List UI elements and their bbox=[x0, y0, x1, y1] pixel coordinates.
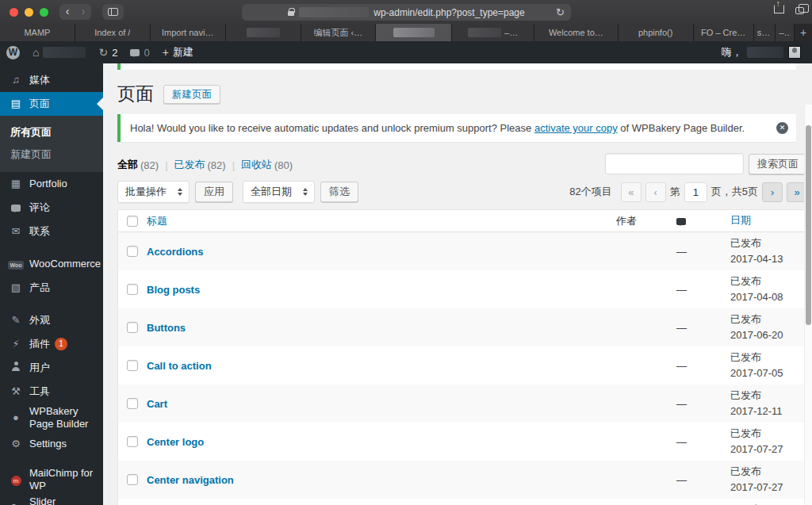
search-pages-button[interactable]: 搜索页面 bbox=[749, 154, 807, 174]
filter-button[interactable]: 筛选 bbox=[320, 182, 358, 202]
bulk-actions-select[interactable]: 批量操作 bbox=[117, 181, 190, 203]
sidebar-toggle-button[interactable] bbox=[102, 4, 124, 20]
minimize-window-button[interactable] bbox=[25, 8, 33, 17]
sidebar-item-plugins[interactable]: ⚡插件1 bbox=[0, 332, 103, 356]
browser-tab[interactable] bbox=[226, 24, 301, 41]
sidebar-item-label: 评论 bbox=[29, 201, 50, 214]
close-window-button[interactable] bbox=[10, 8, 18, 17]
reload-icon[interactable]: ↻ bbox=[556, 4, 565, 21]
sidebar-item-woocommerce[interactable]: WooWooCommerce bbox=[0, 252, 103, 276]
activate-copy-link[interactable]: activate your copy bbox=[534, 122, 618, 134]
zoom-window-button[interactable] bbox=[40, 8, 48, 17]
browser-tab[interactable]: 编辑页面 ‹… bbox=[301, 24, 377, 41]
row-checkbox[interactable] bbox=[127, 322, 138, 333]
wp-logo-menu[interactable]: W bbox=[0, 41, 26, 63]
apply-button[interactable]: 应用 bbox=[195, 182, 233, 202]
view-filter-all[interactable]: 全部 bbox=[117, 158, 138, 172]
date-filter-select[interactable]: 全部日期 bbox=[243, 181, 315, 203]
status-text: 已发布 bbox=[730, 235, 806, 251]
back-button[interactable]: ‹ bbox=[59, 4, 75, 20]
page-scrollbar[interactable] bbox=[804, 105, 812, 505]
row-checkbox[interactable] bbox=[127, 246, 138, 257]
my-account-menu[interactable]: 嗨， bbox=[722, 45, 801, 59]
sidebar-item-portfolio[interactable]: ▦Portfolio bbox=[0, 172, 103, 196]
sidebar-item-users[interactable]: 用户 bbox=[0, 356, 103, 380]
browser-tab[interactable]: MAMP bbox=[0, 24, 75, 41]
submenu-item[interactable]: 新建页面 bbox=[0, 143, 103, 166]
page-title-link[interactable]: Call to action bbox=[147, 360, 212, 372]
page-title-link[interactable]: Accordions bbox=[147, 246, 204, 258]
browser-tab[interactable]: Import navi… bbox=[151, 24, 226, 41]
page-title-link[interactable]: Buttons bbox=[147, 322, 186, 334]
date-cell: 已发布2017-07-05 bbox=[730, 350, 806, 381]
comment-count: — bbox=[676, 474, 730, 486]
new-tab-button[interactable]: + bbox=[795, 24, 812, 41]
row-checkbox[interactable] bbox=[127, 398, 138, 409]
search-input[interactable] bbox=[605, 153, 744, 174]
sidebar-item-appearance[interactable]: ✎外观 bbox=[0, 308, 103, 332]
browser-tab[interactable]: sl… bbox=[754, 24, 776, 41]
add-new-page-button[interactable]: 新建页面 bbox=[163, 85, 220, 104]
sidebar-item-pages[interactable]: ▤页面 bbox=[0, 92, 103, 116]
browser-tab[interactable]: FO – Cre… bbox=[694, 24, 754, 41]
tab-overview-icon[interactable] bbox=[795, 7, 804, 14]
select-all-checkbox[interactable] bbox=[127, 216, 138, 227]
next-page-button[interactable]: › bbox=[762, 182, 783, 202]
table-row: Accordions—已发布2017-04-13 bbox=[118, 232, 806, 270]
page-title-link[interactable]: Blog posts bbox=[147, 284, 200, 296]
page-title-link[interactable]: Cart bbox=[147, 398, 167, 410]
sort-date-column[interactable]: 日期 bbox=[730, 214, 751, 226]
browser-tab[interactable]: Welcome to… bbox=[534, 24, 619, 41]
window-controls bbox=[10, 8, 48, 17]
sidebar-item-wpbakery[interactable]: ●WPBakery Page Builder bbox=[0, 404, 103, 433]
comment-count: — bbox=[676, 360, 730, 372]
submenu-item[interactable]: 所有页面 bbox=[0, 121, 103, 143]
sidebar-item-media[interactable]: ♫媒体 bbox=[0, 68, 103, 92]
sidebar-item-label: 插件 bbox=[29, 338, 50, 350]
page-title-link[interactable]: Center navigation bbox=[147, 474, 234, 486]
sidebar-item-tools[interactable]: ⚒工具 bbox=[0, 380, 103, 404]
page-title-link[interactable]: Center logo bbox=[147, 436, 204, 448]
view-separator: | bbox=[232, 159, 235, 171]
share-icon[interactable] bbox=[774, 5, 784, 13]
tab-label: Welcome to… bbox=[549, 28, 603, 37]
activation-notice: Hola! Would you like to receive automati… bbox=[117, 114, 796, 142]
sidebar-item-label: MailChimp for WP bbox=[29, 467, 98, 493]
row-checkbox[interactable] bbox=[127, 474, 138, 485]
browser-tab[interactable]: phpinfo() bbox=[619, 24, 694, 41]
address-bar[interactable]: wp-admin/edit.php?post_type=page ↻ bbox=[242, 4, 571, 21]
sidebar-item-products[interactable]: ▧产品 bbox=[0, 276, 103, 300]
page-title: 页面 bbox=[117, 82, 154, 106]
bulk-actions-label: 批量操作 bbox=[125, 185, 167, 199]
sort-title-column[interactable]: 标题 bbox=[147, 215, 167, 227]
browser-tab[interactable]: –… bbox=[452, 24, 534, 41]
view-filter-trash[interactable]: 回收站 bbox=[241, 158, 272, 172]
row-checkbox[interactable] bbox=[127, 284, 138, 295]
updates-icon: ↻ bbox=[98, 46, 108, 59]
pages-submenu: 所有页面新建页面 bbox=[0, 116, 103, 172]
browser-tab[interactable]: –… bbox=[776, 24, 795, 41]
scrollbar-thumb[interactable] bbox=[806, 125, 811, 325]
sidebar-item-comments[interactable]: 评论 bbox=[0, 196, 103, 220]
row-checkbox[interactable] bbox=[127, 360, 138, 371]
dismiss-notice-icon[interactable]: ✕ bbox=[776, 122, 788, 134]
comment-count: — bbox=[676, 398, 730, 410]
browser-tab[interactable] bbox=[376, 24, 452, 41]
comments-icon bbox=[130, 49, 140, 56]
notice-text-after: of WPBakery Page Builder. bbox=[618, 122, 745, 134]
view-filter-published[interactable]: 已发布 bbox=[174, 158, 205, 172]
row-checkbox[interactable] bbox=[127, 436, 138, 447]
browser-tab[interactable]: Index of / bbox=[75, 24, 151, 41]
updates-menu[interactable]: ↻ 2 bbox=[92, 41, 124, 63]
new-content-menu[interactable]: + 新建 bbox=[156, 41, 200, 63]
comments-menu[interactable]: 0 bbox=[124, 41, 155, 63]
sidebar-item-slider-revolution[interactable]: ↻Slider Revolution bbox=[0, 494, 103, 505]
date-text: 2017-04-08 bbox=[730, 289, 806, 305]
site-menu[interactable]: ⌂ bbox=[26, 41, 92, 63]
sidebar-item-mailchimp[interactable]: mMailChimp for WP bbox=[0, 465, 103, 495]
sidebar-item-contact[interactable]: ✉联系 bbox=[0, 220, 103, 243]
date-filter-label: 全部日期 bbox=[251, 185, 292, 199]
forward-button[interactable]: › bbox=[75, 4, 91, 20]
sidebar-item-settings[interactable]: ⚙Settings bbox=[0, 433, 103, 457]
current-page-input[interactable] bbox=[684, 182, 707, 202]
